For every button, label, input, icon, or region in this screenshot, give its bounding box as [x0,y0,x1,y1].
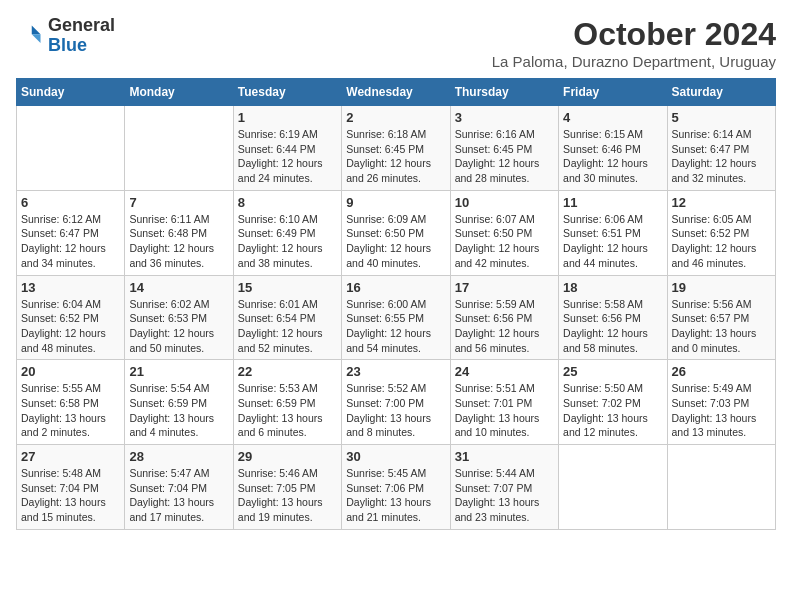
day-detail: Sunrise: 6:10 AMSunset: 6:49 PMDaylight:… [238,212,337,271]
day-detail: Sunrise: 6:12 AMSunset: 6:47 PMDaylight:… [21,212,120,271]
svg-marker-0 [32,25,41,34]
col-header-wednesday: Wednesday [342,79,450,106]
logo: General Blue [16,16,115,56]
day-cell: 26Sunrise: 5:49 AMSunset: 7:03 PMDayligh… [667,360,775,445]
day-detail: Sunrise: 6:05 AMSunset: 6:52 PMDaylight:… [672,212,771,271]
day-cell: 16Sunrise: 6:00 AMSunset: 6:55 PMDayligh… [342,275,450,360]
day-number: 2 [346,110,445,125]
svg-marker-1 [32,34,41,43]
calendar-table: SundayMondayTuesdayWednesdayThursdayFrid… [16,78,776,530]
day-detail: Sunrise: 5:51 AMSunset: 7:01 PMDaylight:… [455,381,554,440]
day-number: 21 [129,364,228,379]
day-cell: 21Sunrise: 5:54 AMSunset: 6:59 PMDayligh… [125,360,233,445]
day-cell: 14Sunrise: 6:02 AMSunset: 6:53 PMDayligh… [125,275,233,360]
day-detail: Sunrise: 5:49 AMSunset: 7:03 PMDaylight:… [672,381,771,440]
day-number: 22 [238,364,337,379]
day-cell: 31Sunrise: 5:44 AMSunset: 7:07 PMDayligh… [450,445,558,530]
day-cell: 28Sunrise: 5:47 AMSunset: 7:04 PMDayligh… [125,445,233,530]
day-number: 13 [21,280,120,295]
logo-general: General [48,15,115,35]
day-detail: Sunrise: 5:54 AMSunset: 6:59 PMDaylight:… [129,381,228,440]
day-detail: Sunrise: 6:16 AMSunset: 6:45 PMDaylight:… [455,127,554,186]
day-number: 25 [563,364,662,379]
day-detail: Sunrise: 5:52 AMSunset: 7:00 PMDaylight:… [346,381,445,440]
day-detail: Sunrise: 6:02 AMSunset: 6:53 PMDaylight:… [129,297,228,356]
logo-icon [16,22,44,50]
day-number: 20 [21,364,120,379]
day-cell: 20Sunrise: 5:55 AMSunset: 6:58 PMDayligh… [17,360,125,445]
day-number: 1 [238,110,337,125]
day-number: 11 [563,195,662,210]
day-cell: 7Sunrise: 6:11 AMSunset: 6:48 PMDaylight… [125,190,233,275]
day-cell: 11Sunrise: 6:06 AMSunset: 6:51 PMDayligh… [559,190,667,275]
logo-text: General Blue [48,16,115,56]
day-number: 7 [129,195,228,210]
day-cell: 23Sunrise: 5:52 AMSunset: 7:00 PMDayligh… [342,360,450,445]
day-number: 17 [455,280,554,295]
day-detail: Sunrise: 6:11 AMSunset: 6:48 PMDaylight:… [129,212,228,271]
day-number: 28 [129,449,228,464]
day-detail: Sunrise: 6:14 AMSunset: 6:47 PMDaylight:… [672,127,771,186]
day-detail: Sunrise: 6:06 AMSunset: 6:51 PMDaylight:… [563,212,662,271]
day-cell: 22Sunrise: 5:53 AMSunset: 6:59 PMDayligh… [233,360,341,445]
title-area: October 2024 La Paloma, Durazno Departme… [492,16,776,70]
day-cell: 1Sunrise: 6:19 AMSunset: 6:44 PMDaylight… [233,106,341,191]
day-detail: Sunrise: 5:58 AMSunset: 6:56 PMDaylight:… [563,297,662,356]
week-row-2: 6Sunrise: 6:12 AMSunset: 6:47 PMDaylight… [17,190,776,275]
day-number: 9 [346,195,445,210]
day-cell: 12Sunrise: 6:05 AMSunset: 6:52 PMDayligh… [667,190,775,275]
day-number: 18 [563,280,662,295]
day-number: 31 [455,449,554,464]
day-cell [667,445,775,530]
week-row-4: 20Sunrise: 5:55 AMSunset: 6:58 PMDayligh… [17,360,776,445]
day-cell: 25Sunrise: 5:50 AMSunset: 7:02 PMDayligh… [559,360,667,445]
day-cell: 30Sunrise: 5:45 AMSunset: 7:06 PMDayligh… [342,445,450,530]
day-number: 3 [455,110,554,125]
col-header-saturday: Saturday [667,79,775,106]
day-detail: Sunrise: 5:45 AMSunset: 7:06 PMDaylight:… [346,466,445,525]
day-cell: 24Sunrise: 5:51 AMSunset: 7:01 PMDayligh… [450,360,558,445]
day-number: 10 [455,195,554,210]
day-detail: Sunrise: 5:44 AMSunset: 7:07 PMDaylight:… [455,466,554,525]
day-detail: Sunrise: 6:04 AMSunset: 6:52 PMDaylight:… [21,297,120,356]
day-number: 16 [346,280,445,295]
day-number: 24 [455,364,554,379]
col-header-sunday: Sunday [17,79,125,106]
header-row: SundayMondayTuesdayWednesdayThursdayFrid… [17,79,776,106]
day-number: 23 [346,364,445,379]
day-number: 14 [129,280,228,295]
day-cell: 29Sunrise: 5:46 AMSunset: 7:05 PMDayligh… [233,445,341,530]
col-header-tuesday: Tuesday [233,79,341,106]
day-number: 6 [21,195,120,210]
day-detail: Sunrise: 6:00 AMSunset: 6:55 PMDaylight:… [346,297,445,356]
day-cell [125,106,233,191]
day-detail: Sunrise: 5:50 AMSunset: 7:02 PMDaylight:… [563,381,662,440]
day-number: 19 [672,280,771,295]
day-detail: Sunrise: 5:56 AMSunset: 6:57 PMDaylight:… [672,297,771,356]
day-cell: 15Sunrise: 6:01 AMSunset: 6:54 PMDayligh… [233,275,341,360]
month-title: October 2024 [492,16,776,53]
day-detail: Sunrise: 6:19 AMSunset: 6:44 PMDaylight:… [238,127,337,186]
day-number: 5 [672,110,771,125]
day-number: 4 [563,110,662,125]
week-row-1: 1Sunrise: 6:19 AMSunset: 6:44 PMDaylight… [17,106,776,191]
col-header-thursday: Thursday [450,79,558,106]
day-number: 29 [238,449,337,464]
day-detail: Sunrise: 6:09 AMSunset: 6:50 PMDaylight:… [346,212,445,271]
week-row-3: 13Sunrise: 6:04 AMSunset: 6:52 PMDayligh… [17,275,776,360]
day-detail: Sunrise: 5:59 AMSunset: 6:56 PMDaylight:… [455,297,554,356]
header: General Blue October 2024 La Paloma, Dur… [16,16,776,70]
col-header-friday: Friday [559,79,667,106]
day-cell: 17Sunrise: 5:59 AMSunset: 6:56 PMDayligh… [450,275,558,360]
day-detail: Sunrise: 6:15 AMSunset: 6:46 PMDaylight:… [563,127,662,186]
day-detail: Sunrise: 5:53 AMSunset: 6:59 PMDaylight:… [238,381,337,440]
day-number: 8 [238,195,337,210]
day-cell: 6Sunrise: 6:12 AMSunset: 6:47 PMDaylight… [17,190,125,275]
day-detail: Sunrise: 5:47 AMSunset: 7:04 PMDaylight:… [129,466,228,525]
day-cell [559,445,667,530]
day-number: 26 [672,364,771,379]
day-cell: 3Sunrise: 6:16 AMSunset: 6:45 PMDaylight… [450,106,558,191]
day-cell: 18Sunrise: 5:58 AMSunset: 6:56 PMDayligh… [559,275,667,360]
week-row-5: 27Sunrise: 5:48 AMSunset: 7:04 PMDayligh… [17,445,776,530]
day-detail: Sunrise: 5:48 AMSunset: 7:04 PMDaylight:… [21,466,120,525]
